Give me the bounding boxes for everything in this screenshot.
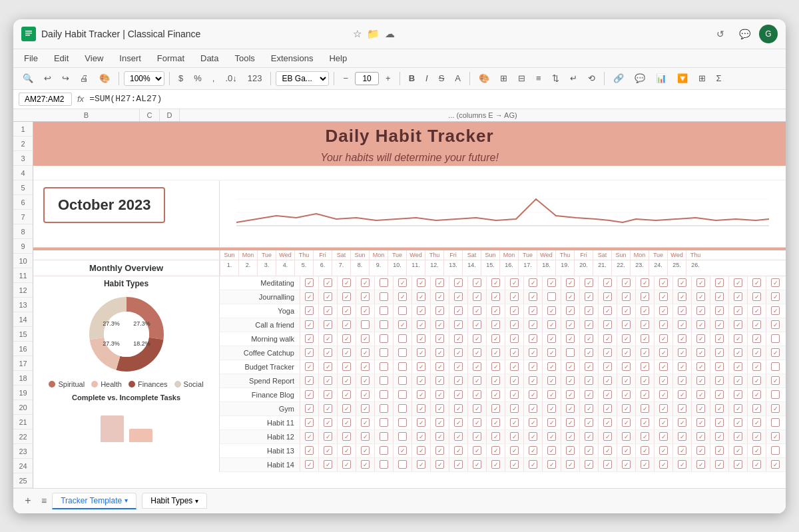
check-cell-2-6[interactable]: ✓ <box>411 304 430 318</box>
check-cell-5-13[interactable]: ✓ <box>542 346 561 360</box>
check-cell-12-10[interactable]: ✓ <box>486 444 505 457</box>
checkbox-1-15[interactable]: ✓ <box>585 292 593 301</box>
history-icon[interactable]: ↺ <box>711 25 730 43</box>
check-cell-7-10[interactable]: ✓ <box>486 374 505 388</box>
checkbox-7-20[interactable]: ✓ <box>678 376 686 385</box>
checkbox-8-6[interactable]: ✓ <box>417 390 425 399</box>
checkbox-6-15[interactable]: ✓ <box>585 362 593 371</box>
check-cell-0-22[interactable]: ✓ <box>710 276 728 290</box>
cloud-icon[interactable]: ☁ <box>385 28 395 40</box>
check-cell-11-3[interactable]: ✓ <box>356 430 374 443</box>
checkbox-7-7[interactable]: ✓ <box>435 376 444 385</box>
checkbox-1-22[interactable]: ✓ <box>715 292 724 301</box>
check-cell-5-16[interactable]: ✓ <box>598 346 617 360</box>
checkbox-0-21[interactable]: ✓ <box>696 278 705 287</box>
check-cell-12-21[interactable]: ✓ <box>691 444 710 457</box>
checkbox-10-21[interactable]: ✓ <box>696 418 705 427</box>
checkbox-11-17[interactable]: ✓ <box>622 432 631 441</box>
check-cell-2-21[interactable]: ✓ <box>691 304 710 318</box>
check-cell-9-6[interactable]: ✓ <box>411 402 430 415</box>
checkbox-7-6[interactable]: ✓ <box>417 376 425 385</box>
check-cell-0-19[interactable]: ✓ <box>654 276 672 290</box>
check-cell-6-3[interactable]: ✓ <box>356 360 374 374</box>
checkbox-6-12[interactable]: ✓ <box>529 362 537 371</box>
menu-format[interactable]: Format <box>154 52 187 65</box>
check-cell-3-6[interactable]: ✓ <box>411 318 430 332</box>
check-cell-10-24[interactable]: ✓ <box>747 416 766 429</box>
check-cell-1-16[interactable]: ✓ <box>598 290 617 304</box>
checkbox-3-5[interactable]: ✓ <box>398 320 407 329</box>
check-cell-11-12[interactable]: ✓ <box>523 430 542 443</box>
checkbox-2-20[interactable]: ✓ <box>678 306 686 315</box>
checkbox-0-14[interactable]: ✓ <box>566 278 575 287</box>
check-cell-6-16[interactable]: ✓ <box>598 360 617 374</box>
checkbox-6-10[interactable]: ✓ <box>491 362 500 371</box>
checkbox-3-14[interactable]: ✓ <box>566 320 575 329</box>
check-cell-3-12[interactable]: ✓ <box>523 318 542 332</box>
check-cell-0-24[interactable]: ✓ <box>747 276 766 290</box>
check-cell-4-12[interactable]: ✓ <box>523 332 542 346</box>
paint-format-btn[interactable]: 🎨 <box>95 71 114 85</box>
checkbox-10-11[interactable]: ✓ <box>510 418 519 427</box>
check-cell-6-11[interactable]: ✓ <box>505 360 523 374</box>
checkbox-9-8[interactable]: ✓ <box>454 404 463 413</box>
check-cell-4-20[interactable]: ✓ <box>672 332 691 346</box>
checkbox-2-1[interactable]: ✓ <box>324 306 332 315</box>
checkbox-1-8[interactable]: ✓ <box>454 292 463 301</box>
check-cell-2-11[interactable]: ✓ <box>505 304 523 318</box>
checkbox-4-11[interactable]: ✓ <box>510 334 519 343</box>
check-cell-4-4[interactable]: ✓ <box>374 332 393 346</box>
checkbox-0-12[interactable]: ✓ <box>529 278 537 287</box>
check-cell-12-14[interactable]: ✓ <box>561 444 579 457</box>
check-cell-8-8[interactable]: ✓ <box>449 388 467 401</box>
check-cell-0-13[interactable]: ✓ <box>542 276 561 290</box>
check-cell-12-17[interactable]: ✓ <box>617 444 635 457</box>
checkbox-3-13[interactable]: ✓ <box>547 320 556 329</box>
checkbox-9-16[interactable]: ✓ <box>603 404 612 413</box>
check-cell-12-19[interactable]: ✓ <box>654 444 672 457</box>
checkbox-0-16[interactable]: ✓ <box>603 278 612 287</box>
check-cell-5-22[interactable]: ✓ <box>710 346 728 360</box>
checkbox-7-8[interactable]: ✓ <box>454 376 463 385</box>
check-cell-8-25[interactable]: ✓ <box>766 388 784 401</box>
checkbox-9-1[interactable]: ✓ <box>324 404 332 413</box>
check-cell-11-17[interactable]: ✓ <box>617 430 635 443</box>
check-cell-13-4[interactable]: ✓ <box>374 458 393 471</box>
checkbox-8-19[interactable]: ✓ <box>659 390 668 399</box>
check-cell-3-16[interactable]: ✓ <box>598 318 617 332</box>
checkbox-13-11[interactable]: ✓ <box>510 460 519 469</box>
checkbox-1-19[interactable]: ✓ <box>659 292 668 301</box>
check-cell-3-20[interactable]: ✓ <box>672 318 691 332</box>
check-cell-4-22[interactable]: ✓ <box>710 332 728 346</box>
check-cell-6-19[interactable]: ✓ <box>654 360 672 374</box>
menu-data[interactable]: Data <box>198 52 221 65</box>
checkbox-11-16[interactable]: ✓ <box>603 432 612 441</box>
check-cell-0-10[interactable]: ✓ <box>486 276 505 290</box>
check-cell-2-17[interactable]: ✓ <box>617 304 635 318</box>
checkbox-8-13[interactable]: ✓ <box>547 390 556 399</box>
check-cell-10-12[interactable]: ✓ <box>523 416 542 429</box>
checkbox-13-3[interactable]: ✓ <box>361 460 370 469</box>
decimal-down-btn[interactable]: .0↓ <box>221 71 240 85</box>
check-cell-11-7[interactable]: ✓ <box>430 430 449 443</box>
checkbox-13-24[interactable]: ✓ <box>752 460 761 469</box>
checkbox-12-23[interactable]: ✓ <box>734 446 742 455</box>
borders-btn[interactable]: ⊞ <box>496 71 511 85</box>
check-cell-11-21[interactable]: ✓ <box>691 430 710 443</box>
table-btn[interactable]: ⊞ <box>694 71 710 85</box>
checkbox-7-11[interactable]: ✓ <box>510 376 519 385</box>
check-cell-6-23[interactable]: ✓ <box>728 360 747 374</box>
checkbox-4-1[interactable]: ✓ <box>324 334 332 343</box>
checkbox-7-9[interactable]: ✓ <box>473 376 481 385</box>
check-cell-2-2[interactable]: ✓ <box>337 304 356 318</box>
check-cell-7-19[interactable]: ✓ <box>654 374 672 388</box>
check-cell-6-2[interactable]: ✓ <box>337 360 356 374</box>
checkbox-10-18[interactable]: ✓ <box>641 418 649 427</box>
check-cell-7-22[interactable]: ✓ <box>710 374 728 388</box>
check-cell-13-15[interactable]: ✓ <box>579 458 598 471</box>
font-color-btn[interactable]: A <box>451 71 465 85</box>
check-cell-7-0[interactable]: ✓ <box>300 374 318 388</box>
print-btn[interactable]: 🖨 <box>76 71 93 85</box>
checkbox-12-17[interactable]: ✓ <box>622 446 631 455</box>
check-cell-13-25[interactable]: ✓ <box>766 458 784 471</box>
